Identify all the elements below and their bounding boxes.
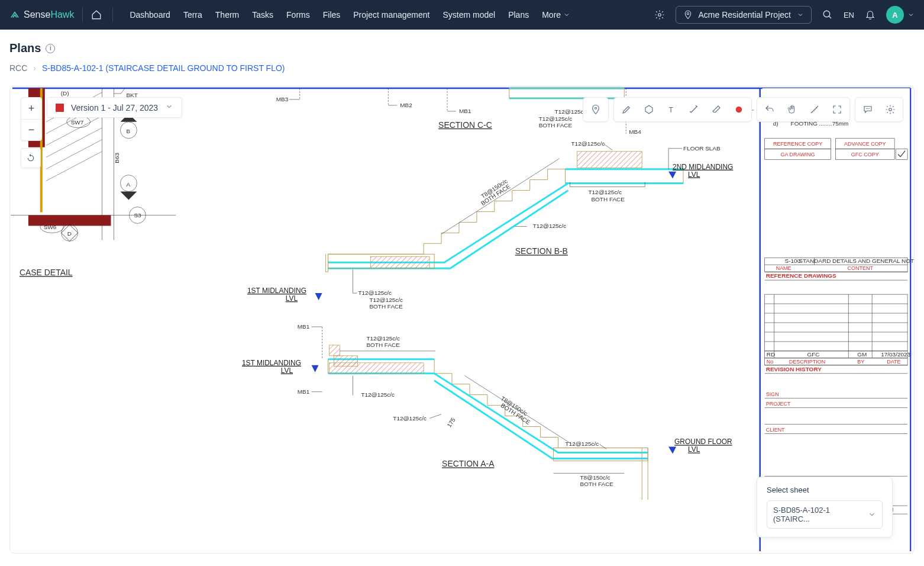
app-logo[interactable]: SenseHawk xyxy=(9,9,74,20)
nav-terra[interactable]: Terra xyxy=(183,10,202,20)
measure-tool[interactable] xyxy=(803,99,826,120)
options-button[interactable] xyxy=(879,99,902,120)
search-icon[interactable] xyxy=(822,9,833,20)
nav-project-management[interactable]: Project management xyxy=(353,10,429,20)
svg-text:T12@125c/c: T12@125c/c xyxy=(393,415,427,422)
svg-text:MB2: MB2 xyxy=(400,102,412,108)
svg-marker-78 xyxy=(315,293,322,300)
logo-icon xyxy=(9,9,20,20)
shape-tool[interactable] xyxy=(638,99,660,120)
svg-text:SIGN: SIGN xyxy=(766,391,779,397)
svg-rect-97 xyxy=(329,345,340,356)
breadcrumb-active[interactable]: S-BD85-A-102-1 (STAIRCASE DETAIL GROUND … xyxy=(42,63,285,73)
svg-text:T12@125c/c: T12@125c/c xyxy=(588,189,622,195)
location-icon xyxy=(683,10,693,20)
reset-view-button[interactable] xyxy=(21,148,41,168)
svg-text:B: B xyxy=(126,128,130,134)
svg-text:A: A xyxy=(126,181,130,188)
sheet-selector-panel: Select sheet S-BD85-A-102-1 (STAIRC... xyxy=(757,477,893,538)
fullscreen-button[interactable] xyxy=(826,99,848,120)
svg-text:LVL: LVL xyxy=(688,171,700,179)
language-selector[interactable]: EN xyxy=(844,11,854,20)
bell-icon[interactable] xyxy=(865,9,875,20)
sheet-select[interactable]: S-BD85-A-102-1 (STAIRC... xyxy=(767,500,883,529)
top-navbar: SenseHawk Dashboard Terra Therm Tasks Fo… xyxy=(0,0,924,30)
comment-button[interactable] xyxy=(857,99,879,120)
settings-icon[interactable] xyxy=(654,9,665,20)
nav-plans[interactable]: Plans xyxy=(508,10,529,20)
eraser-tool[interactable] xyxy=(705,99,728,120)
svg-text:DESCRIPTION: DESCRIPTION xyxy=(789,359,825,365)
svg-text:BOTH FACE: BOTH FACE xyxy=(580,481,613,487)
svg-line-118 xyxy=(599,444,606,449)
nav-dashboard[interactable]: Dashboard xyxy=(130,10,170,20)
svg-point-11 xyxy=(889,108,892,111)
pan-tool[interactable] xyxy=(781,99,803,120)
chevron-down-icon xyxy=(907,11,915,18)
color-picker[interactable] xyxy=(728,99,750,120)
text-tool[interactable]: T xyxy=(660,99,683,120)
svg-marker-4 xyxy=(645,105,652,114)
svg-text:LVL: LVL xyxy=(688,445,700,454)
annotation-toolbar: T xyxy=(583,97,903,122)
svg-point-10 xyxy=(869,108,870,110)
zoom-in-button[interactable]: + xyxy=(21,98,41,119)
svg-point-6 xyxy=(697,106,698,107)
project-name: Acme Residential Project xyxy=(699,10,791,20)
svg-text:T12@125c/c: T12@125c/c xyxy=(566,440,599,447)
breadcrumb: RCC › S-BD85-A-102-1 (STAIRCASE DETAIL G… xyxy=(9,63,915,73)
info-icon[interactable]: i xyxy=(46,44,55,53)
nav-separator xyxy=(82,8,83,22)
svg-text:MB1: MB1 xyxy=(298,323,310,330)
nav-files[interactable]: Files xyxy=(323,10,341,20)
svg-text:GROUND  FLOOR: GROUND FLOOR xyxy=(674,438,732,446)
version-label: Version 1 - Jul 27, 2023 xyxy=(71,103,158,112)
page-title: Plans i xyxy=(9,41,915,55)
plan-viewer[interactable]: + − Version 1 - Jul 27, 2023 T xyxy=(9,86,915,554)
svg-text:B63: B63 xyxy=(114,152,120,163)
svg-text:T12@125c/c: T12@125c/c xyxy=(539,115,573,122)
nav-links: Dashboard Terra Therm Tasks Forms Files … xyxy=(130,10,570,20)
svg-text:GFC: GFC xyxy=(807,351,820,358)
pin-tool[interactable] xyxy=(584,99,607,120)
svg-text:LVL: LVL xyxy=(281,366,293,375)
svg-point-9 xyxy=(867,108,868,110)
svg-text:No: No xyxy=(767,359,773,365)
nav-therm[interactable]: Therm xyxy=(215,10,239,20)
svg-point-2 xyxy=(823,11,830,17)
logo-text-2: Hawk xyxy=(50,9,74,20)
nav-tasks[interactable]: Tasks xyxy=(252,10,273,20)
home-icon[interactable] xyxy=(91,9,102,20)
nav-system-model[interactable]: System model xyxy=(442,10,495,20)
version-selector[interactable]: Version 1 - Jul 27, 2023 xyxy=(47,97,182,118)
avatar: A xyxy=(886,6,904,24)
breadcrumb-root[interactable]: RCC xyxy=(9,63,27,73)
project-selector[interactable]: Acme Residential Project xyxy=(676,6,812,24)
svg-text:175: 175 xyxy=(446,416,457,428)
svg-rect-98 xyxy=(329,363,424,374)
svg-text:REFERENCE DRAWINGS: REFERENCE DRAWINGS xyxy=(766,272,836,279)
svg-rect-63 xyxy=(577,152,642,168)
nav-more[interactable]: More xyxy=(542,10,570,20)
svg-marker-24 xyxy=(120,192,137,200)
svg-text:BY: BY xyxy=(857,359,864,365)
zoom-out-button[interactable]: − xyxy=(21,119,41,140)
svg-marker-101 xyxy=(312,365,319,372)
svg-text:RD: RD xyxy=(767,351,775,358)
svg-text:BOTH FACE: BOTH FACE xyxy=(369,303,403,310)
svg-text:REFERENCE COPY: REFERENCE COPY xyxy=(773,141,822,147)
pencil-tool[interactable] xyxy=(615,99,638,120)
svg-text:SECTION  A-A: SECTION A-A xyxy=(442,459,495,468)
svg-text:NAME: NAME xyxy=(776,265,791,271)
undo-button[interactable] xyxy=(758,99,781,120)
svg-text:GM: GM xyxy=(857,351,867,358)
svg-text:GA DRAWING: GA DRAWING xyxy=(781,152,815,157)
svg-text:T12@125c/c: T12@125c/c xyxy=(533,223,567,229)
svg-line-40 xyxy=(46,140,102,169)
nav-forms[interactable]: Forms xyxy=(286,10,310,20)
version-color-swatch xyxy=(56,104,64,112)
magic-tool[interactable] xyxy=(683,99,705,120)
svg-text:T12@125c/c: T12@125c/c xyxy=(369,297,403,303)
svg-text:FLOOR SLAB: FLOOR SLAB xyxy=(683,145,721,152)
user-menu[interactable]: A xyxy=(886,6,915,24)
